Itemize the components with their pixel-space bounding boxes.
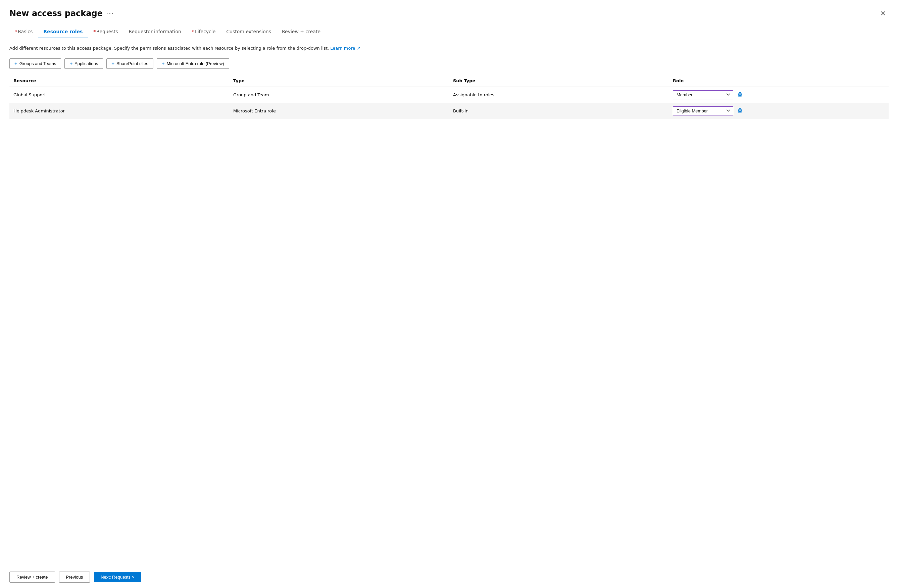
plus-icon-applications: + <box>69 61 72 66</box>
dialog-header: New access package ··· ✕ <box>9 8 889 19</box>
col-header-type: Type <box>229 75 449 87</box>
row1-role-cell: Member Owner <box>669 86 889 103</box>
tabs-nav: *Basics Resource roles *Requests Request… <box>9 26 889 38</box>
plus-icon-sharepoint: + <box>111 61 114 66</box>
row1-type: Group and Team <box>229 86 449 103</box>
tab-requests[interactable]: *Requests <box>88 26 123 38</box>
more-options-button[interactable]: ··· <box>106 9 114 17</box>
description-text: Add different resources to this access p… <box>9 45 889 52</box>
dialog-title: New access package <box>9 9 103 18</box>
col-header-role: Role <box>669 75 889 87</box>
tab-review-create[interactable]: Review + create <box>277 26 326 38</box>
table-row: Global Support Group and Team Assignable… <box>9 86 889 103</box>
row2-type: Microsoft Entra role <box>229 103 449 119</box>
learn-more-link[interactable]: Learn more ↗ <box>330 46 360 51</box>
row1-role-container: Member Owner <box>673 90 884 99</box>
svg-rect-5 <box>738 109 742 110</box>
svg-rect-4 <box>739 108 741 109</box>
action-buttons-row: + Groups and Teams + Applications + Shar… <box>9 58 889 69</box>
resource-roles-table: Resource Type Sub Type Role Global S <box>9 75 889 119</box>
col-header-resource: Resource <box>9 75 229 87</box>
close-button[interactable]: ✕ <box>878 8 889 19</box>
svg-rect-1 <box>738 93 742 94</box>
row1-resource: Global Support <box>9 86 229 103</box>
trash-icon <box>737 92 743 97</box>
row2-resource: Helpdesk Administrator <box>9 103 229 119</box>
table-header-row: Resource Type Sub Type Role <box>9 75 889 87</box>
col-header-subtype: Sub Type <box>449 75 669 87</box>
trash-icon <box>737 108 743 114</box>
tab-lifecycle[interactable]: *Lifecycle <box>186 26 221 38</box>
row1-role-select[interactable]: Member Owner <box>673 90 733 99</box>
add-groups-teams-button[interactable]: + Groups and Teams <box>9 58 61 69</box>
row2-role-cell: Eligible Member Active Member <box>669 103 889 119</box>
previous-button[interactable]: Previous <box>59 571 90 583</box>
add-sharepoint-sites-button[interactable]: + SharePoint sites <box>106 58 153 69</box>
resource-roles-table-container: Resource Type Sub Type Role Global S <box>9 75 889 566</box>
tab-custom-extensions[interactable]: Custom extensions <box>221 26 277 38</box>
row2-subtype: Built-In <box>449 103 669 119</box>
dialog-title-row: New access package ··· <box>9 9 114 18</box>
add-entra-role-button[interactable]: + Microsoft Entra role (Preview) <box>157 58 229 69</box>
row1-delete-button[interactable] <box>736 91 744 99</box>
row2-role-container: Eligible Member Active Member <box>673 106 884 115</box>
row2-delete-button[interactable] <box>736 107 744 115</box>
footer: Review + create Previous Next: Requests … <box>0 566 898 588</box>
lifecycle-required-marker: * <box>192 29 194 34</box>
plus-icon-entra: + <box>162 61 165 66</box>
svg-rect-0 <box>739 92 741 93</box>
next-button[interactable]: Next: Requests > <box>94 572 141 582</box>
tab-basics[interactable]: *Basics <box>9 26 38 38</box>
plus-icon-groups: + <box>14 61 17 66</box>
tab-resource-roles[interactable]: Resource roles <box>38 26 88 38</box>
dialog: New access package ··· ✕ *Basics Resourc… <box>0 0 898 566</box>
row2-role-select[interactable]: Eligible Member Active Member <box>673 106 733 115</box>
table-row: Helpdesk Administrator Microsoft Entra r… <box>9 103 889 119</box>
row1-subtype: Assignable to roles <box>449 86 669 103</box>
add-applications-button[interactable]: + Applications <box>65 58 103 69</box>
tab-requestor-info[interactable]: Requestor information <box>123 26 186 38</box>
requests-required-marker: * <box>93 29 95 34</box>
basics-required-marker: * <box>15 29 17 34</box>
review-create-button[interactable]: Review + create <box>9 571 55 583</box>
